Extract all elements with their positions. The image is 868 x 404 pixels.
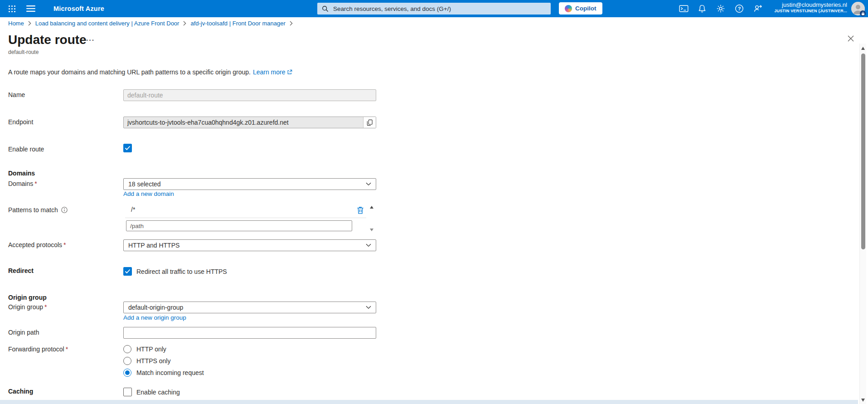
forwarding-protocol-label: Forwarding protocol* bbox=[8, 345, 123, 380]
new-pattern-input[interactable] bbox=[126, 220, 352, 231]
cloud-shell-button[interactable] bbox=[678, 2, 689, 15]
chevron-right-icon bbox=[28, 21, 31, 26]
close-icon[interactable] bbox=[846, 34, 856, 44]
required-asterisk: * bbox=[63, 241, 66, 248]
enable-route-checkbox[interactable] bbox=[123, 144, 132, 152]
breadcrumb-load-balancing[interactable]: Load balancing and content delivery | Az… bbox=[35, 20, 179, 27]
accepted-protocols-value: HTTP and HTTPS bbox=[128, 242, 179, 249]
footer-edge bbox=[0, 400, 858, 404]
radio-option-https-only[interactable]: HTTPS only bbox=[123, 357, 376, 365]
waffle-menu-icon[interactable] bbox=[5, 0, 19, 17]
chevron-down-icon bbox=[366, 243, 371, 247]
help-icon: ? bbox=[735, 4, 744, 13]
global-search[interactable] bbox=[317, 3, 551, 15]
forwarding-protocol-group: HTTP only HTTPS only Match incoming requ… bbox=[123, 345, 376, 380]
caching-label: Caching bbox=[8, 388, 123, 396]
endpoint-label: Endpoint bbox=[8, 117, 123, 128]
add-origin-group-link[interactable]: Add a new origin group bbox=[123, 314, 186, 321]
name-input bbox=[123, 89, 376, 101]
page-title: Update route bbox=[8, 33, 87, 47]
page-description: A route maps your domains and matching U… bbox=[8, 68, 292, 76]
domains-dropdown-value: 18 selected bbox=[128, 180, 161, 188]
page-subtitle: default-route bbox=[8, 49, 39, 55]
checkmark-icon bbox=[125, 269, 131, 274]
external-link-icon bbox=[287, 69, 292, 75]
domains-dropdown[interactable]: 18 selected bbox=[123, 178, 376, 190]
add-domain-link[interactable]: Add a new domain bbox=[123, 190, 174, 197]
divider bbox=[125, 218, 366, 218]
svg-text:?: ? bbox=[738, 6, 741, 11]
gear-icon bbox=[716, 4, 725, 13]
breadcrumb-home[interactable]: Home bbox=[8, 20, 24, 27]
lock-icon bbox=[860, 10, 866, 16]
endpoint-value: jvshortcuts-to-jvtools-eha7cua0hqhnd4gk.… bbox=[124, 119, 363, 126]
chevron-right-icon bbox=[183, 21, 186, 26]
origin-group-label: Origin group* bbox=[8, 302, 123, 313]
notifications-button[interactable] bbox=[697, 2, 708, 15]
cloud-shell-icon bbox=[679, 4, 689, 13]
account-name: JUSTIN VERSTIJNEN (JUSTINVER... bbox=[774, 9, 847, 14]
radio-selected-icon[interactable] bbox=[123, 369, 131, 377]
scroll-down-icon[interactable] bbox=[370, 229, 373, 231]
patterns-list: /* bbox=[123, 205, 376, 233]
avatar[interactable] bbox=[851, 2, 865, 15]
bell-icon bbox=[698, 4, 707, 13]
redirect-checkbox-label: Redirect all traffic to use HTTPS bbox=[136, 268, 227, 275]
radio-option-match-incoming[interactable]: Match incoming request bbox=[123, 369, 376, 377]
delete-pattern-button[interactable] bbox=[355, 205, 365, 215]
top-bar: Microsoft Azure Copilot bbox=[0, 0, 868, 17]
name-label: Name bbox=[8, 89, 123, 101]
vertical-scrollbar[interactable] bbox=[859, 44, 866, 404]
chevron-down-icon bbox=[366, 182, 371, 186]
hamburger-menu-icon[interactable] bbox=[24, 0, 38, 17]
copilot-label: Copilot bbox=[575, 5, 596, 12]
redirect-label: Redirect bbox=[8, 267, 123, 276]
chevron-down-icon bbox=[366, 306, 371, 309]
endpoint-field: jvshortcuts-to-jvtools-eha7cua0hqhnd4gk.… bbox=[123, 117, 376, 128]
enable-caching-checkbox[interactable] bbox=[123, 388, 132, 396]
origin-path-label: Origin path bbox=[8, 327, 123, 339]
copy-button[interactable] bbox=[363, 117, 376, 128]
domains-section-header: Domains bbox=[8, 170, 35, 177]
origin-group-section-header: Origin group bbox=[8, 294, 47, 301]
required-asterisk: * bbox=[44, 303, 47, 311]
patterns-scrollbar bbox=[369, 205, 375, 232]
copy-icon bbox=[366, 119, 373, 126]
more-menu-icon[interactable]: ··· bbox=[86, 36, 95, 44]
required-asterisk: * bbox=[66, 346, 68, 353]
radio-icon[interactable] bbox=[123, 357, 131, 365]
help-button[interactable]: ? bbox=[734, 2, 745, 15]
scroll-up-icon[interactable] bbox=[861, 47, 865, 50]
domains-label: Domains* bbox=[8, 178, 123, 190]
pattern-item: /* bbox=[131, 206, 135, 213]
trash-icon bbox=[356, 206, 364, 214]
breadcrumb-front-door-manager[interactable]: afd-jv-toolsafd | Front Door manager bbox=[190, 20, 285, 27]
copilot-button[interactable]: Copilot bbox=[559, 2, 602, 15]
accepted-protocols-dropdown[interactable]: HTTP and HTTPS bbox=[123, 239, 376, 251]
caching-checkbox-label: Enable caching bbox=[136, 389, 180, 396]
origin-group-dropdown[interactable]: default-origin-group bbox=[123, 302, 376, 313]
origin-path-input[interactable] bbox=[123, 327, 376, 339]
patterns-label: Patterns to match bbox=[8, 205, 123, 233]
chevron-right-icon bbox=[290, 21, 293, 26]
scrollbar-thumb[interactable] bbox=[861, 54, 865, 249]
scroll-up-icon[interactable] bbox=[370, 206, 373, 209]
breadcrumb: Home Load balancing and content delivery… bbox=[8, 20, 293, 27]
feedback-button[interactable] bbox=[752, 2, 763, 15]
search-icon bbox=[322, 5, 329, 12]
redirect-https-checkbox[interactable] bbox=[123, 267, 132, 276]
search-input[interactable] bbox=[332, 5, 546, 13]
accepted-protocols-label: Accepted protocols* bbox=[8, 239, 123, 251]
copilot-icon bbox=[565, 5, 572, 12]
learn-more-link[interactable]: Learn more bbox=[253, 68, 293, 76]
feedback-icon bbox=[753, 4, 763, 13]
enable-route-label: Enable route bbox=[8, 144, 123, 153]
scroll-down-icon[interactable] bbox=[861, 399, 865, 402]
azure-brand[interactable]: Microsoft Azure bbox=[53, 0, 104, 17]
radio-icon[interactable] bbox=[123, 345, 131, 353]
account-email: justin@cloudmysteries.nl bbox=[774, 1, 847, 9]
description-text: A route maps your domains and matching U… bbox=[8, 68, 251, 76]
settings-button[interactable] bbox=[715, 2, 726, 15]
info-icon bbox=[61, 207, 68, 213]
radio-option-http-only[interactable]: HTTP only bbox=[123, 345, 376, 353]
